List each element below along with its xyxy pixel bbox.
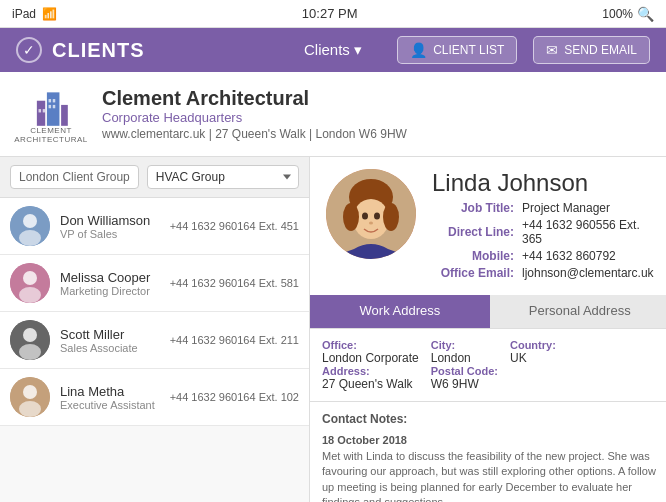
note-text: Met with Linda to discuss the feasibilit… xyxy=(322,449,658,502)
contact-role: Executive Assistant xyxy=(60,399,160,411)
svg-rect-1 xyxy=(46,92,59,125)
note-entry: 18 October 2018 Met with Linda to discus… xyxy=(322,434,658,502)
contact-name: Scott Miller xyxy=(60,327,160,342)
profile-field: Mobile: +44 1632 860792 xyxy=(432,249,654,263)
profile-field: Office Email: ljohnson@clementarc.uk xyxy=(432,266,654,280)
wifi-icon: 📶 xyxy=(42,7,57,21)
field-value: +44 1632 960556 Ext. 365 xyxy=(522,218,654,246)
profile-fields: Job Title: Project Manager Direct Line: … xyxy=(432,201,654,280)
city-field: City: London Postal Code: W6 9HW xyxy=(431,339,498,391)
country-field: Country: UK xyxy=(510,339,556,391)
contact-section: London Client Group HVAC Group Don Willi… xyxy=(0,157,666,502)
contact-details: Lina Metha Executive Assistant xyxy=(60,384,160,411)
field-value: ljohnson@clementarc.uk xyxy=(522,266,654,280)
group-select[interactable]: HVAC Group xyxy=(147,165,299,189)
svg-rect-7 xyxy=(48,105,51,108)
contact-notes: Contact Notes: 18 October 2018 Met with … xyxy=(310,402,666,502)
svg-rect-5 xyxy=(48,99,51,102)
field-label: Office Email: xyxy=(432,266,522,280)
chevron-down-icon xyxy=(283,175,291,180)
contact-name: Melissa Cooper xyxy=(60,270,160,285)
company-sub: Corporate Headquarters xyxy=(102,110,650,125)
address-label: Address: xyxy=(322,365,419,377)
svg-point-26 xyxy=(362,213,368,220)
client-list-button[interactable]: 👤 CLIENT LIST xyxy=(397,36,517,64)
profile-photo xyxy=(326,169,416,259)
contact-item[interactable]: Scott Miller Sales Associate +44 1632 96… xyxy=(0,312,309,369)
clients-dropdown[interactable]: Clients ▾ xyxy=(304,41,362,59)
contact-phone: +44 1632 960164 Ext. 211 xyxy=(170,334,299,346)
client-list-icon: 👤 xyxy=(410,42,427,58)
address-value: 27 Queen's Walk xyxy=(322,377,419,391)
avatar xyxy=(10,206,50,246)
postal-label: Postal Code: xyxy=(431,365,498,377)
group-label: London Client Group xyxy=(10,165,139,189)
field-value: Project Manager xyxy=(522,201,610,215)
group-selector: London Client Group HVAC Group xyxy=(0,157,309,198)
email-icon: ✉ xyxy=(546,42,558,58)
company-info: Clement Architectural Corporate Headquar… xyxy=(102,87,650,141)
svg-point-28 xyxy=(369,222,373,225)
avatar xyxy=(10,263,50,303)
status-bar-right: 100% 🔍 xyxy=(602,6,654,22)
ipad-label: iPad xyxy=(12,7,36,21)
svg-point-14 xyxy=(19,287,41,303)
svg-point-25 xyxy=(383,203,399,231)
profile-info: Linda Johnson Job Title: Project Manager… xyxy=(432,169,654,283)
svg-point-11 xyxy=(19,230,41,246)
avatar xyxy=(10,320,50,360)
office-field: Office: London Corporate Address: 27 Que… xyxy=(322,339,419,391)
office-label: Office: xyxy=(322,339,419,351)
field-label: Direct Line: xyxy=(432,225,522,239)
field-label: Job Title: xyxy=(432,201,522,215)
contact-phone: +44 1632 960164 Ext. 102 xyxy=(170,391,299,403)
contact-item[interactable]: Don Williamson VP of Sales +44 1632 9601… xyxy=(0,198,309,255)
svg-rect-8 xyxy=(52,105,55,108)
nav-title: CLIENTS xyxy=(52,39,145,62)
company-address: www.clementarc.uk | 27 Queen's Walk | Lo… xyxy=(102,127,650,141)
contact-details: Don Williamson VP of Sales xyxy=(60,213,160,240)
notes-header: Contact Notes: xyxy=(322,412,658,426)
avatar-svg xyxy=(10,377,50,417)
contact-role: VP of Sales xyxy=(60,228,160,240)
back-circle-icon[interactable]: ✓ xyxy=(16,37,42,63)
svg-rect-3 xyxy=(38,109,41,112)
send-email-button[interactable]: ✉ SEND EMAIL xyxy=(533,36,650,64)
address-tabs: Work Address Personal Address xyxy=(310,295,666,329)
profile-field: Job Title: Project Manager xyxy=(432,201,654,215)
time-display: 10:27 PM xyxy=(302,6,358,21)
nav-actions: 👤 CLIENT LIST ✉ SEND EMAIL xyxy=(397,36,650,64)
contact-item[interactable]: Melissa Cooper Marketing Director +44 16… xyxy=(0,255,309,312)
postal-value: W6 9HW xyxy=(431,377,498,391)
company-name: Clement Architectural xyxy=(102,87,650,110)
svg-point-13 xyxy=(23,271,37,285)
address-content: Office: London Corporate Address: 27 Que… xyxy=(310,329,666,402)
contact-role: Sales Associate xyxy=(60,342,160,354)
country-value: UK xyxy=(510,351,556,365)
note-date: 18 October 2018 xyxy=(322,434,658,446)
svg-point-27 xyxy=(374,213,380,220)
search-icon[interactable]: 🔍 xyxy=(637,6,654,22)
office-value: London Corporate xyxy=(322,351,419,365)
avatar-svg xyxy=(10,263,50,303)
left-panel: London Client Group HVAC Group Don Willi… xyxy=(0,157,310,502)
contact-item[interactable]: Lina Metha Executive Assistant +44 1632 … xyxy=(0,369,309,426)
field-value: +44 1632 860792 xyxy=(522,249,616,263)
city-value: London xyxy=(431,351,498,365)
city-label: City: xyxy=(431,339,498,351)
avatar xyxy=(10,377,50,417)
nav-bar: ✓ CLIENTS Clients ▾ 👤 CLIENT LIST ✉ SEND… xyxy=(0,28,666,72)
profile-field: Direct Line: +44 1632 960556 Ext. 365 xyxy=(432,218,654,246)
field-label: Mobile: xyxy=(432,249,522,263)
status-bar-center: 10:27 PM xyxy=(302,6,358,21)
group-select-wrap[interactable]: HVAC Group xyxy=(147,165,299,189)
contact-phone: +44 1632 960164 Ext. 581 xyxy=(170,277,299,289)
svg-rect-4 xyxy=(42,109,45,112)
contact-phone: +44 1632 960164 Ext. 451 xyxy=(170,220,299,232)
svg-point-24 xyxy=(343,203,359,231)
profile-name: Linda Johnson xyxy=(432,169,654,197)
send-email-label: SEND EMAIL xyxy=(564,43,637,57)
personal-address-tab[interactable]: Personal Address xyxy=(490,295,666,328)
work-address-tab[interactable]: Work Address xyxy=(310,295,490,328)
contact-name: Lina Metha xyxy=(60,384,160,399)
